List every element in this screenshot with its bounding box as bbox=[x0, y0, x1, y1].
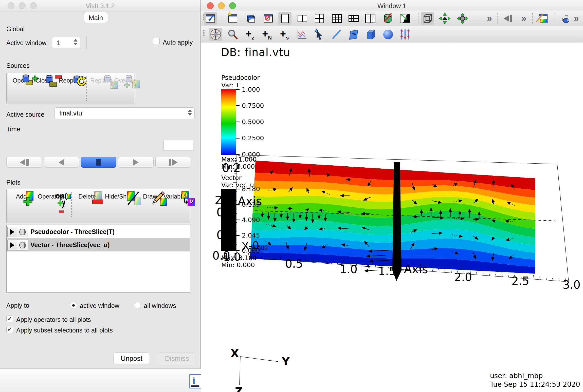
apply-subset-checkbox[interactable] bbox=[6, 326, 13, 333]
zone-pick-button[interactable]: +s bbox=[278, 28, 291, 41]
line-tool-button[interactable] bbox=[330, 28, 343, 41]
more-buttons[interactable]: » bbox=[570, 12, 583, 25]
apply-operators-checkbox[interactable] bbox=[6, 316, 13, 322]
time-field[interactable] bbox=[163, 140, 193, 150]
draw-plots-button[interactable]: Draw bbox=[139, 191, 161, 200]
active-source-dropdown[interactable]: final.vtu bbox=[54, 107, 195, 119]
toolbar-separator bbox=[532, 13, 533, 24]
layout-3x3-button[interactable] bbox=[330, 12, 343, 25]
reset-view-button[interactable] bbox=[438, 12, 451, 25]
delete-plot-button[interactable]: Delete bbox=[75, 191, 100, 200]
delete-window-button[interactable]: ⊘ bbox=[262, 12, 275, 25]
toolbar-handle[interactable]: ●●● bbox=[203, 29, 204, 40]
plots-toolbar: Add op() ✚/ Operators Delete bbox=[6, 189, 190, 223]
t-tick-2: 0.5000 bbox=[242, 118, 264, 126]
layout-4x2-button[interactable] bbox=[347, 12, 360, 25]
active-window-spinner[interactable]: 1 bbox=[52, 37, 80, 48]
information-button[interactable]: i bbox=[189, 374, 201, 388]
layout-4x4-button[interactable] bbox=[364, 12, 377, 25]
zoom-z-button[interactable]: +z bbox=[243, 28, 257, 41]
navigate-mode-button[interactable] bbox=[209, 28, 222, 41]
clone-window-button[interactable]: ↻ bbox=[244, 12, 257, 25]
layout-1x2-button[interactable] bbox=[296, 12, 309, 25]
vector-legend-title: Vector bbox=[221, 174, 242, 182]
unpost-button[interactable]: Unpost bbox=[113, 352, 150, 364]
zoom-mode-button[interactable] bbox=[226, 28, 239, 41]
add-plot-button[interactable]: Add bbox=[11, 191, 32, 200]
layout-2x2-button[interactable] bbox=[313, 12, 326, 25]
apply-all-windows-radio[interactable] bbox=[134, 302, 141, 309]
sphere-tool-button[interactable] bbox=[381, 28, 395, 41]
expand-button[interactable] bbox=[7, 240, 17, 250]
viewer-titlebar[interactable]: Window 1 bbox=[201, 0, 583, 11]
cursor-icon bbox=[314, 29, 324, 40]
auto-apply-label: Auto apply bbox=[163, 39, 193, 46]
tab-main[interactable]: Main bbox=[84, 12, 108, 23]
visibility-sphere-icon bbox=[19, 228, 26, 236]
open-source-button[interactable]: Open bbox=[10, 75, 30, 84]
hide-show-plot-button[interactable]: Hide/Show bbox=[103, 191, 136, 200]
main-titlebar[interactable]: VisIt 3.1.2 bbox=[0, 0, 201, 11]
pick-button[interactable] bbox=[312, 28, 325, 41]
more-animation-button[interactable]: » bbox=[517, 12, 531, 25]
viewer-toolbar-tools: ●●● +z +N +s bbox=[201, 26, 583, 43]
t-tick-0: 1.000 bbox=[242, 86, 260, 93]
database-label: DB: final.vtu bbox=[221, 46, 290, 58]
play-reverse-icon bbox=[59, 159, 64, 166]
apply-subset-label: Apply subset selections to all plots bbox=[16, 327, 113, 334]
axis-restriction-button[interactable] bbox=[398, 28, 412, 41]
y-tick-2-0: 2.0 bbox=[454, 271, 472, 284]
plot-item-label: Pseudocolor - ThreeSlice(T) bbox=[30, 228, 115, 236]
viewer-toolbar-top: ●●● ✓ ★ ↻ ⊘ ⤡ bbox=[201, 11, 583, 27]
toggle-visibility-button[interactable] bbox=[17, 227, 28, 237]
invert-background-button[interactable]: ⤡ bbox=[398, 12, 412, 25]
lineout-button[interactable] bbox=[295, 28, 308, 41]
replace-source-button: Replace bbox=[90, 75, 113, 84]
auto-apply-checkbox[interactable] bbox=[153, 38, 160, 45]
active-source-value: final.vtu bbox=[59, 109, 82, 117]
plots-section-label: Plots bbox=[6, 179, 21, 186]
spinner-arrows-icon[interactable] bbox=[74, 39, 78, 45]
plot-list-item-selected[interactable]: Vector - ThreeSlice(vec_u) bbox=[7, 238, 190, 251]
y-tick-1-0: 1.0 bbox=[340, 263, 357, 276]
new-window-button[interactable]: ★ bbox=[226, 12, 239, 25]
operators-button[interactable]: op() ✚/ Operators bbox=[35, 191, 67, 200]
layout-1x1-button[interactable] bbox=[278, 12, 292, 25]
more-tools-button[interactable]: » bbox=[483, 12, 496, 25]
step-forward-icon bbox=[172, 159, 178, 166]
y-tick-0-5: 0.5 bbox=[285, 257, 303, 270]
recenter-view-button[interactable] bbox=[456, 12, 469, 25]
close-source-button[interactable]: Close bbox=[33, 75, 54, 84]
perspective-button[interactable] bbox=[421, 12, 434, 25]
v-tick-1: 6.135 bbox=[242, 201, 260, 208]
desktop: VisIt 3.1.2 Main Glob bbox=[0, 0, 583, 392]
v-tick-3: 2.045 bbox=[242, 232, 260, 239]
reopen-source-button[interactable]: Reopen bbox=[57, 75, 82, 84]
sphere-tool-icon bbox=[383, 30, 393, 39]
back-step-button[interactable] bbox=[501, 12, 515, 25]
play-button[interactable] bbox=[118, 157, 154, 168]
play-icon bbox=[133, 159, 139, 166]
expand-button[interactable] bbox=[7, 227, 17, 237]
stop-button[interactable] bbox=[81, 157, 116, 168]
render-area[interactable]: 1.5 X Y Z DB: final.vtu Pseudocolor Var:… bbox=[201, 43, 583, 392]
y-axis-label: Y-Axis bbox=[394, 262, 428, 276]
plot-list-item[interactable]: Pseudocolor - ThreeSlice(T) bbox=[7, 225, 190, 238]
divider bbox=[86, 36, 87, 49]
node-pick-button[interactable]: +N bbox=[260, 28, 274, 41]
toggle-visibility-button[interactable] bbox=[17, 240, 28, 250]
visibility-sphere-icon bbox=[19, 241, 26, 249]
active-window-label: Active window bbox=[6, 39, 46, 47]
clear-source-button[interactable] bbox=[381, 12, 394, 25]
plane-tool-button[interactable] bbox=[347, 28, 360, 41]
step-forward-button[interactable] bbox=[155, 157, 191, 168]
active-window-check-button[interactable]: ✓ bbox=[204, 12, 217, 25]
play-reverse-button[interactable] bbox=[44, 157, 79, 168]
chevron-right-icon: » bbox=[574, 13, 579, 24]
box-tool-button[interactable] bbox=[364, 28, 377, 41]
triad-x-label: X bbox=[231, 347, 239, 360]
window-colormap-brush-button[interactable] bbox=[537, 12, 550, 25]
variables-button[interactable]: u v ↳ Variables bbox=[163, 191, 189, 200]
step-back-button[interactable] bbox=[6, 157, 42, 168]
apply-active-window-radio[interactable] bbox=[70, 302, 77, 309]
